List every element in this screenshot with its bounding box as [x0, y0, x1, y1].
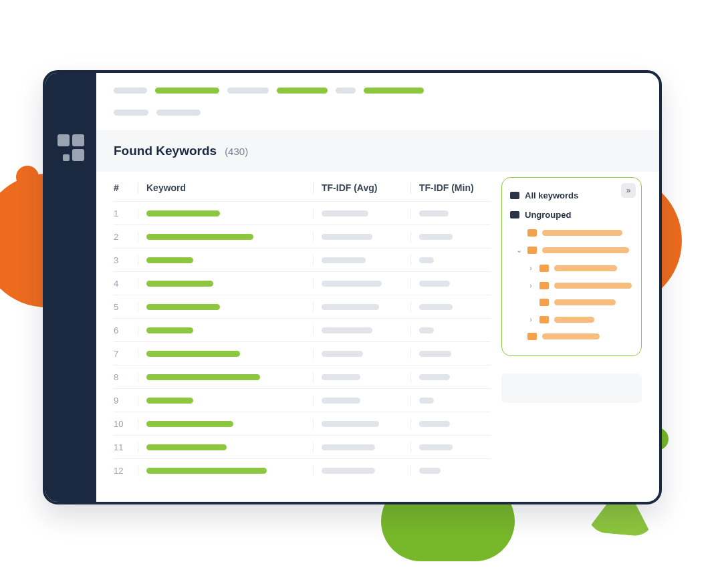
folder-group[interactable]: ›: [509, 311, 634, 328]
breadcrumb-segment[interactable]: [156, 110, 201, 116]
table-row[interactable]: 10: [114, 412, 491, 435]
folder-label: Ungrouped: [525, 210, 571, 220]
cell-keyword: [138, 325, 313, 335]
folder-ungrouped[interactable]: Ungrouped: [509, 205, 634, 225]
breadcrumb-segment[interactable]: [114, 110, 148, 116]
cell-tfidf-min: [410, 232, 491, 242]
table-row[interactable]: 4: [114, 271, 491, 295]
row-index: 2: [114, 232, 138, 242]
folder-icon: [539, 265, 549, 272]
row-index: 11: [114, 442, 138, 452]
collapse-panel-button[interactable]: »: [621, 183, 636, 198]
row-index: 6: [114, 325, 138, 335]
folder-all-keywords[interactable]: All keywords: [509, 186, 634, 205]
cell-keyword: [138, 349, 313, 359]
table-row[interactable]: 1: [114, 201, 491, 225]
row-index: 7: [114, 349, 138, 359]
cell-tfidf-min: [410, 442, 491, 452]
col-keyword[interactable]: Keyword: [138, 182, 313, 193]
row-index: 4: [114, 279, 138, 289]
folder-group[interactable]: [509, 328, 634, 345]
table-row[interactable]: 3: [114, 248, 491, 271]
breadcrumb-segment[interactable]: [336, 88, 356, 94]
table-row[interactable]: 5: [114, 295, 491, 318]
folder-group[interactable]: ⌄: [509, 241, 634, 259]
page-title: Found Keywords: [114, 144, 217, 158]
folder-group[interactable]: ›: [509, 277, 634, 294]
cell-keyword: [138, 466, 313, 476]
table-header: # Keyword TF-IDF (Avg) TF-IDF (Min): [114, 172, 491, 201]
row-index: 3: [114, 255, 138, 265]
table-row[interactable]: 11: [114, 435, 491, 458]
folder-icon: [510, 211, 519, 218]
cell-tfidf-min: [410, 279, 491, 289]
keyword-table: # Keyword TF-IDF (Avg) TF-IDF (Min) 1234…: [114, 172, 501, 502]
cell-keyword: [138, 208, 313, 218]
breadcrumb-segment[interactable]: [227, 88, 269, 94]
folder-group[interactable]: [509, 225, 634, 241]
folder-label-placeholder: [554, 283, 632, 289]
section-header: Found Keywords (430): [96, 130, 659, 172]
cell-tfidf-avg: [313, 302, 410, 312]
table-row[interactable]: 6: [114, 318, 491, 341]
cell-tfidf-min: [410, 302, 491, 312]
folder-icon: [539, 316, 549, 323]
main: Found Keywords (430) # Keyword TF-IDF (A…: [96, 73, 659, 502]
cell-tfidf-min: [410, 419, 491, 429]
folder-icon: [539, 299, 549, 306]
col-index[interactable]: #: [114, 182, 138, 193]
cell-tfidf-min: [410, 396, 491, 406]
chevron-right-icon[interactable]: ›: [527, 281, 534, 289]
folder-label-placeholder: [542, 247, 629, 253]
sidebar: [45, 73, 96, 502]
cell-tfidf-avg: [313, 419, 410, 429]
breadcrumb-segment[interactable]: [364, 88, 424, 94]
folder-label-placeholder: [554, 299, 616, 305]
cell-keyword: [138, 396, 313, 406]
breadcrumb-segment[interactable]: [155, 88, 219, 94]
bg-orange-dot: [16, 166, 39, 188]
table-row[interactable]: 9: [114, 388, 491, 412]
cell-keyword: [138, 279, 313, 289]
row-index: 12: [114, 466, 138, 476]
cell-tfidf-avg: [313, 396, 410, 406]
app-logo-icon[interactable]: [57, 134, 84, 161]
folder-group[interactable]: [509, 294, 634, 311]
cell-tfidf-min: [410, 466, 491, 476]
col-tfidf-avg[interactable]: TF-IDF (Avg): [313, 182, 410, 193]
cell-keyword: [138, 232, 313, 242]
side-panel-widget[interactable]: [501, 374, 642, 403]
breadcrumb-segment[interactable]: [277, 88, 328, 94]
breadcrumb-segment[interactable]: [114, 88, 147, 94]
cell-tfidf-avg: [313, 466, 410, 476]
cell-tfidf-min: [410, 255, 491, 265]
breadcrumb: [96, 88, 659, 121]
row-index: 1: [114, 208, 138, 218]
col-tfidf-min[interactable]: TF-IDF (Min): [410, 182, 491, 193]
folder-panel: » All keywords Ungrouped ⌄›››: [501, 172, 642, 502]
chevron-down-icon[interactable]: ⌄: [515, 246, 522, 255]
folder-group[interactable]: ›: [509, 259, 634, 277]
folder-icon: [527, 229, 537, 237]
table-row[interactable]: 7: [114, 341, 491, 365]
cell-tfidf-avg: [313, 208, 410, 218]
cell-tfidf-avg: [313, 232, 410, 242]
table-row[interactable]: 12: [114, 458, 491, 482]
folder-label-placeholder: [554, 265, 617, 271]
folder-label: All keywords: [525, 190, 578, 200]
row-index: 9: [114, 396, 138, 406]
app-frame: Found Keywords (430) # Keyword TF-IDF (A…: [43, 70, 662, 504]
chevron-right-icon[interactable]: ›: [527, 264, 534, 272]
folder-icon: [527, 247, 537, 254]
cell-keyword: [138, 255, 313, 265]
table-row[interactable]: 8: [114, 365, 491, 388]
cell-keyword: [138, 419, 313, 429]
folder-label-placeholder: [542, 333, 600, 339]
cell-tfidf-avg: [313, 372, 410, 382]
row-index: 8: [114, 372, 138, 382]
cell-keyword: [138, 442, 313, 452]
folder-icon: [527, 333, 537, 340]
chevron-right-icon[interactable]: ›: [527, 315, 534, 323]
table-row[interactable]: 2: [114, 225, 491, 248]
folder-label-placeholder: [554, 317, 594, 323]
